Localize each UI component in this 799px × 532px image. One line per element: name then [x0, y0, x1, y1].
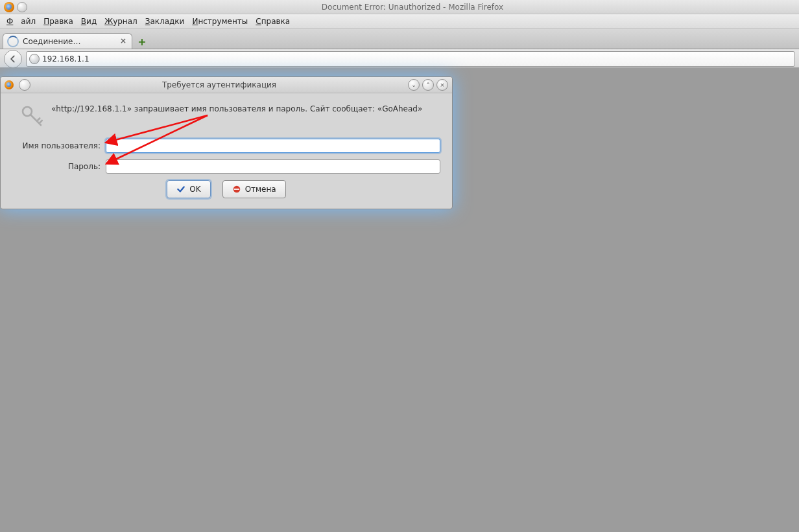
menu-bookmarks[interactable]: Закладки — [145, 17, 185, 26]
menu-file[interactable]: Файл — [6, 17, 36, 26]
menubar: Файл Правка Вид Журнал Закладки Инструме… — [0, 14, 799, 29]
ok-button[interactable]: OK — [167, 180, 210, 198]
auth-dialog: Требуется аутентификация ⌄ ⌃ × «http://1… — [0, 76, 453, 209]
menu-tools[interactable]: Инструменты — [192, 17, 248, 26]
password-input[interactable] — [106, 159, 440, 174]
firefox-icon — [4, 2, 14, 12]
key-icon — [12, 102, 51, 130]
menu-edit[interactable]: Правка — [43, 17, 73, 26]
cancel-button[interactable]: Отмена — [222, 180, 286, 198]
globe-icon — [29, 54, 40, 64]
password-label: Пароль: — [12, 162, 101, 171]
tab-strip: Соединение… × + — [0, 29, 799, 49]
menu-help[interactable]: Справка — [256, 17, 290, 26]
dialog-close-button[interactable]: × — [436, 79, 448, 91]
ok-label: OK — [189, 185, 200, 194]
menu-view[interactable]: Вид — [81, 17, 97, 26]
dialog-message: «http://192.168.1.1» запрашивает имя пол… — [51, 102, 440, 114]
dialog-title: Требуется аутентификация — [30, 80, 408, 89]
cancel-label: Отмена — [245, 185, 276, 194]
dialog-maximize-button[interactable]: ⌃ — [422, 79, 434, 91]
back-button[interactable] — [4, 50, 22, 68]
window-menu-button[interactable] — [17, 2, 27, 12]
menu-journal[interactable]: Журнал — [104, 17, 137, 26]
username-input[interactable] — [106, 139, 440, 153]
window-titlebar: Document Error: Unauthorized - Mozilla F… — [0, 0, 799, 14]
new-tab-button[interactable]: + — [134, 34, 150, 49]
tab-active[interactable]: Соединение… × — [3, 33, 132, 49]
auth-dialog-wrap: Требуется аутентификация ⌄ ⌃ × «http://1… — [0, 76, 453, 209]
tab-title: Соединение… — [23, 37, 119, 46]
dialog-minimize-button[interactable]: ⌄ — [408, 79, 420, 91]
arrow-left-icon — [8, 54, 18, 64]
firefox-icon — [5, 80, 14, 89]
username-label: Имя пользователя: — [12, 141, 101, 150]
check-icon — [176, 185, 185, 194]
address-bar[interactable]: 192.168.1.1 — [26, 51, 795, 67]
dialog-menu-button[interactable] — [19, 79, 30, 91]
url-text: 192.168.1.1 — [42, 54, 89, 64]
tab-close-button[interactable]: × — [119, 37, 128, 46]
loading-spinner-icon — [7, 36, 19, 47]
window-title: Document Error: Unauthorized - Mozilla F… — [30, 3, 795, 12]
dialog-titlebar[interactable]: Требуется аутентификация ⌄ ⌃ × — [1, 77, 452, 93]
svg-rect-2 — [234, 189, 239, 190]
navigation-toolbar: 192.168.1.1 — [0, 49, 799, 69]
cancel-icon — [232, 185, 241, 194]
